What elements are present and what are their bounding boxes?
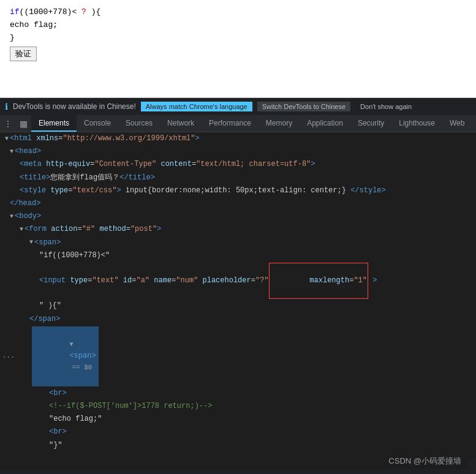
- tree-row: <style type="text/css" > input{border:no…: [0, 184, 476, 197]
- tree-row: <!--if($-POST['num']>1778 return;)-->: [0, 400, 476, 413]
- tree-row: "if((1000+778)<": [0, 249, 476, 262]
- tree-row: <meta http-equiv="Content-Type" content=…: [0, 158, 476, 171]
- tree-row: "echo flag;": [0, 413, 476, 426]
- devtools-panel: ℹ DevTools is now available in Chinese! …: [0, 98, 476, 474]
- tree-row: <title> 您能拿到flag值吗？ </title>: [0, 171, 476, 184]
- tree-row: ▼ <span>: [0, 236, 476, 249]
- tab-security[interactable]: Security: [350, 115, 391, 132]
- tree-row-selected: ... ▼ <span> == $0: [0, 326, 476, 387]
- selected-span-element: ▼ <span> == $0: [32, 326, 99, 386]
- devtools-inspect-icon[interactable]: ▦: [16, 115, 31, 132]
- tree-row: "}": [0, 439, 476, 452]
- tab-web[interactable]: Web: [442, 115, 472, 132]
- switch-devtools-chinese-button[interactable]: Switch DevTools to Chinese: [257, 102, 350, 111]
- tree-row: ▼ <head>: [0, 145, 476, 158]
- always-match-language-button[interactable]: Always match Chrome's language: [141, 102, 252, 111]
- tree-row: " ){": [0, 299, 476, 312]
- tree-row-input: <input type="text" id="a" name="num" pla…: [0, 262, 476, 300]
- watermark: CSDN @小码爱撞墙: [0, 453, 469, 469]
- tree-row: <br>: [0, 387, 476, 400]
- code-line-2: echo flag;: [10, 19, 466, 32]
- tree-row: <br>: [0, 426, 476, 438]
- devtools-notification-bar: ℹ DevTools is now available in Chinese! …: [0, 98, 476, 115]
- tab-sources[interactable]: Sources: [118, 115, 160, 132]
- browser-area: if((1000+778)< ? ){ echo flag; } 验证: [0, 0, 476, 98]
- code-line-1: if((1000+778)< ? ){: [10, 6, 466, 19]
- code-line-3: }: [10, 32, 466, 45]
- dont-show-again-button[interactable]: Don't show again: [355, 102, 417, 111]
- ellipsis-dots: ...: [0, 351, 15, 362]
- tree-row: ▼ <html xmlns="http://www.w3.org/1999/xh…: [0, 132, 476, 145]
- tab-network[interactable]: Network: [160, 115, 202, 132]
- devtools-menu-icon[interactable]: ⋮: [0, 115, 16, 132]
- notification-message: DevTools is now available in Chinese!: [13, 102, 136, 111]
- verify-button[interactable]: 验证: [10, 47, 37, 61]
- tree-row: ▼ <form action="#" method="post" >: [0, 223, 476, 236]
- devtools-tabs-bar: ⋮ ▦ Elements Console Sources Network Per…: [0, 115, 476, 132]
- highlighted-maxlength-attr: maxlength="1": [269, 263, 368, 299]
- info-icon: ℹ: [5, 102, 8, 111]
- tree-row: ▼ <body>: [0, 210, 476, 223]
- tab-console[interactable]: Console: [77, 115, 118, 132]
- tab-elements[interactable]: Elements: [31, 115, 77, 132]
- tab-lighthouse[interactable]: Lighthouse: [391, 115, 442, 132]
- tab-application[interactable]: Application: [300, 115, 350, 132]
- tree-row: </head>: [0, 197, 476, 210]
- tree-row: </span>: [0, 313, 476, 326]
- tab-memory[interactable]: Memory: [259, 115, 300, 132]
- elements-tree: ▼ <html xmlns="http://www.w3.org/1999/xh…: [0, 132, 476, 458]
- tab-performance[interactable]: Performance: [202, 115, 259, 132]
